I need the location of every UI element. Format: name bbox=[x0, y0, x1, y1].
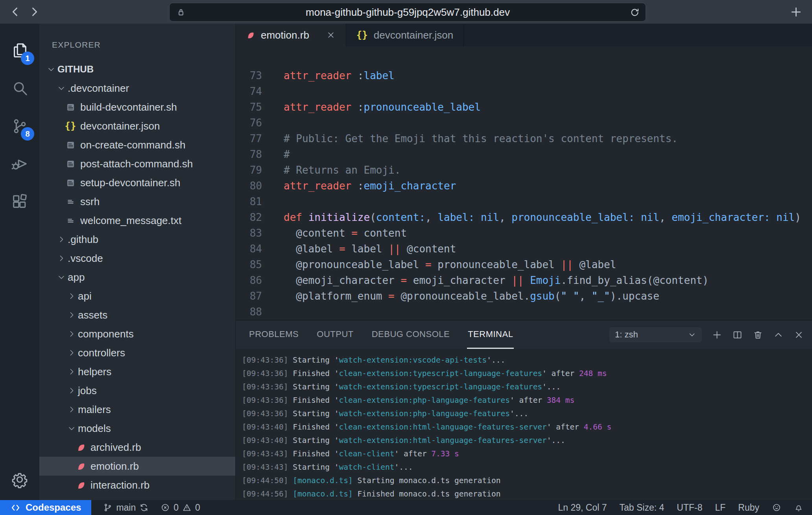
tree-item-label: models bbox=[78, 422, 111, 435]
codespaces-label: Codespaces bbox=[26, 502, 81, 513]
panel-tab-terminal[interactable]: TERMINAL bbox=[467, 320, 514, 349]
back-button[interactable] bbox=[9, 5, 22, 19]
line-content: attr_reader :pronounceable_label bbox=[284, 99, 481, 115]
line-content: attr_reader :label bbox=[284, 68, 395, 83]
line-col-button[interactable]: Ln 29, Col 7 bbox=[558, 502, 607, 513]
tree-item-jobs[interactable]: jobs bbox=[39, 381, 235, 400]
tree-item--github[interactable]: .github bbox=[39, 230, 235, 249]
tree-item-app[interactable]: app bbox=[39, 268, 235, 287]
activity-item-search[interactable] bbox=[0, 69, 39, 107]
code-line-75: 75attr_reader :pronounceable_label bbox=[236, 99, 812, 115]
codespaces-button[interactable]: Codespaces bbox=[0, 500, 91, 515]
code-editor[interactable]: 73attr_reader :label7475attr_reader :pro… bbox=[236, 46, 812, 320]
explorer-sidebar: EXPLORER GITHUB.devcontainerbuild-devcon… bbox=[39, 24, 235, 500]
problems-button[interactable]: 0 0 bbox=[161, 502, 200, 513]
terminal-line: [09:43:43] Starting 'watch-client'... bbox=[242, 461, 812, 474]
editor-tab-emotion-rb[interactable]: emotion.rb bbox=[236, 24, 346, 46]
tree-item-setup-devcontainer-sh[interactable]: setup-devcontainer.sh bbox=[39, 173, 235, 192]
tree-item-emotion-rb[interactable]: emotion.rb bbox=[39, 457, 235, 476]
tree-item-build-devcontainer-sh[interactable]: build-devcontainer.sh bbox=[39, 98, 235, 117]
tree-item-on-create-command-sh[interactable]: on-create-command.sh bbox=[39, 135, 235, 154]
source-control-badge: 8 bbox=[21, 127, 34, 141]
tree-item-archived-rb[interactable]: archived.rb bbox=[39, 438, 235, 457]
tree-item-label: assets bbox=[78, 309, 107, 321]
tab-close-button[interactable] bbox=[326, 30, 336, 40]
tree-item-post-attach-command-sh[interactable]: post-attach-command.sh bbox=[39, 154, 235, 173]
tree-item-label: .devcontainer bbox=[68, 82, 129, 94]
terminal-line: [09:43:40] Starting 'watch-extension:htm… bbox=[242, 434, 812, 447]
code-line-79: 79# Returns an Emoji. bbox=[236, 162, 812, 178]
tree-item-controllers[interactable]: controllers bbox=[39, 343, 235, 362]
encoding-button[interactable]: UTF-8 bbox=[677, 502, 702, 513]
panel-actions: 1: zsh bbox=[609, 327, 804, 342]
new-terminal-button[interactable] bbox=[712, 330, 722, 340]
tree-item-label: build-devcontainer.sh bbox=[80, 101, 177, 113]
tree-item-components[interactable]: components bbox=[39, 324, 235, 343]
panel-tab-debug-console[interactable]: DEBUG CONSOLE bbox=[371, 320, 450, 349]
terminal-line: [09:43:36] Starting 'watch-extension:vsc… bbox=[242, 354, 812, 367]
new-tab-button[interactable] bbox=[790, 6, 803, 19]
maximize-panel-button[interactable] bbox=[773, 330, 784, 340]
warning-count: 0 bbox=[195, 502, 200, 513]
terminal-selector[interactable]: 1: zsh bbox=[609, 327, 702, 342]
tree-item-ssrh[interactable]: ssrh bbox=[39, 192, 235, 211]
branch-button[interactable]: main bbox=[103, 502, 149, 513]
panel-tab-output[interactable]: OUTPUT bbox=[316, 320, 354, 349]
branch-label: main bbox=[116, 502, 136, 513]
line-content: @platform_enum = @pronounceable_label.gs… bbox=[284, 288, 659, 304]
code-line-86: 86 @emoji_character = emoji_character ||… bbox=[236, 272, 812, 288]
line-number: 76 bbox=[236, 115, 262, 131]
tree-item-helpers[interactable]: helpers bbox=[39, 362, 235, 381]
chevron-right-icon bbox=[65, 405, 78, 414]
chevron-right-icon bbox=[55, 235, 68, 244]
language-button[interactable]: Ruby bbox=[738, 502, 759, 513]
panel-tab-problems[interactable]: PROBLEMS bbox=[248, 320, 299, 349]
activity-item-explorer[interactable]: 1 bbox=[0, 31, 39, 69]
line-content: @pronounceable_label = pronounceable_lab… bbox=[284, 257, 616, 272]
code-line-81: 81 bbox=[236, 194, 812, 209]
tree-item-devcontainer-json[interactable]: {}devcontainer.json bbox=[39, 117, 235, 135]
tree-item-welcome-message-txt[interactable]: welcome_message.txt bbox=[39, 211, 235, 230]
tree-item-interaction-rb[interactable]: interaction.rb bbox=[39, 476, 235, 495]
ruby-file-icon bbox=[76, 480, 86, 490]
error-icon bbox=[161, 503, 170, 512]
activity-item-extensions[interactable] bbox=[0, 183, 39, 220]
terminal-output[interactable]: [09:43:36] Starting 'watch-extension:vsc… bbox=[236, 349, 812, 500]
tree-item--devcontainer[interactable]: .devcontainer bbox=[39, 79, 235, 98]
close-panel-button[interactable] bbox=[794, 330, 804, 340]
notifications-button[interactable] bbox=[794, 503, 803, 512]
tree-item-label: on-create-command.sh bbox=[80, 139, 185, 151]
tree-item-label: api bbox=[78, 290, 92, 302]
eol-button[interactable]: LF bbox=[715, 502, 725, 513]
editor-tab-devcontainer-json[interactable]: {}devcontainer.json bbox=[346, 24, 464, 46]
line-content: # Returns an Emoji. bbox=[284, 162, 400, 178]
chevron-right-icon bbox=[65, 386, 78, 395]
feedback-button[interactable] bbox=[772, 503, 781, 512]
code-line-80: 80attr_reader :emoji_character bbox=[236, 178, 812, 194]
line-number: 83 bbox=[236, 225, 262, 241]
terminal-line: [09:43:36] Starting 'watch-extension:typ… bbox=[242, 380, 812, 394]
tree-item-mailers[interactable]: mailers bbox=[39, 400, 235, 419]
activity-item-source-control[interactable]: 8 bbox=[0, 107, 39, 145]
tree-item-label: setup-devcontainer.sh bbox=[80, 177, 180, 189]
tree-item-assets[interactable]: assets bbox=[39, 306, 235, 324]
settings-button[interactable] bbox=[11, 471, 28, 490]
tab-size-button[interactable]: Tab Size: 4 bbox=[619, 502, 664, 513]
tree-item-label: jobs bbox=[78, 385, 97, 397]
chevron-down-icon bbox=[65, 424, 78, 433]
terminal-line: [09:43:40] Finished 'clean-extension:htm… bbox=[242, 421, 812, 434]
tree-item--vscode[interactable]: .vscode bbox=[39, 249, 235, 268]
tree-item-api[interactable]: api bbox=[39, 287, 235, 306]
tree-item-models[interactable]: models bbox=[39, 419, 235, 438]
tree-item-label: interaction.rb bbox=[90, 479, 149, 491]
tree-item-label: helpers bbox=[78, 366, 111, 378]
url-bar[interactable]: mona-github-github-g59jpq2w5w7.github.de… bbox=[169, 3, 646, 22]
shell-file-icon bbox=[65, 140, 76, 150]
split-terminal-button[interactable] bbox=[732, 330, 743, 340]
line-number: 82 bbox=[236, 209, 262, 225]
kill-terminal-button[interactable] bbox=[753, 330, 763, 340]
reload-icon[interactable] bbox=[629, 7, 640, 18]
forward-button[interactable] bbox=[28, 5, 41, 19]
activity-item-run-debug[interactable] bbox=[0, 145, 39, 183]
tree-item-github[interactable]: GITHUB bbox=[39, 60, 235, 79]
